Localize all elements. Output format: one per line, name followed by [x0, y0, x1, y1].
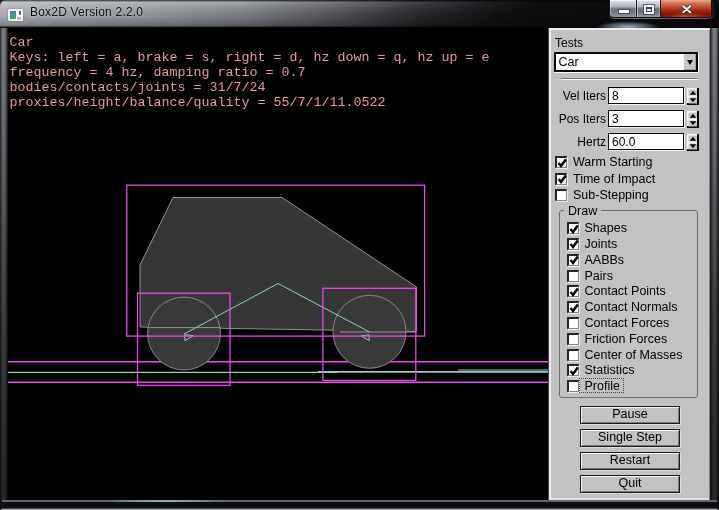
svg-text:bodies/contacts/joints = 31/7/: bodies/contacts/joints = 31/7/24 — [10, 80, 266, 95]
svg-text:Keys: left = a, brake = s, rig: Keys: left = a, brake = s, right = d, hz… — [10, 50, 490, 65]
svg-text:Car: Car — [10, 35, 34, 50]
svg-text:frequency = 4 hz, damping rati: frequency = 4 hz, damping ratio = 0.7 — [10, 65, 306, 80]
svg-text:proxies/height/balance/quality: proxies/height/balance/quality = 55/7/1/… — [10, 95, 386, 110]
